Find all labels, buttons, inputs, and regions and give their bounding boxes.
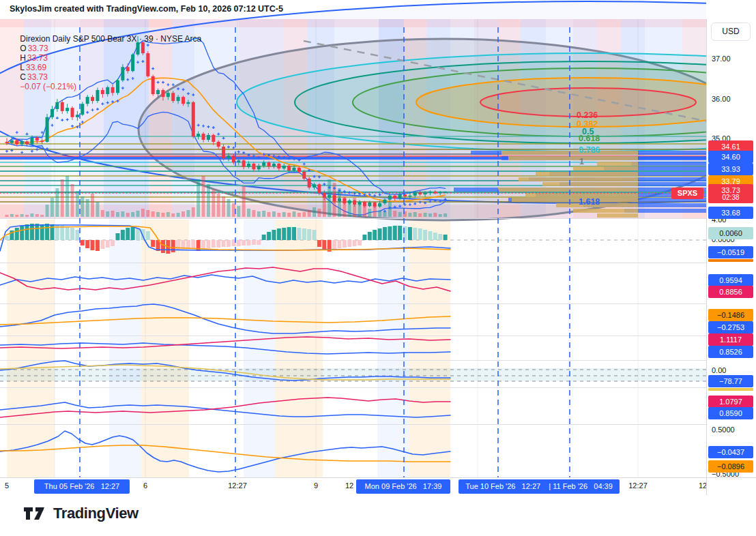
price-label: 1.0797 xyxy=(708,396,753,408)
price-tick: 36.00 xyxy=(712,95,731,103)
symbol-price-tag: SPXS xyxy=(671,188,703,199)
price-label: −78.77 xyxy=(708,375,753,387)
ohlc-high-value: 33.73 xyxy=(27,53,48,63)
ohlc-high-label: H xyxy=(20,53,26,63)
ohlc-open-value: 33.73 xyxy=(28,44,48,53)
tradingview-chart-window: SkylosJim created with TradingView.com, … xyxy=(0,0,756,536)
ohlc-close-label: C xyxy=(20,72,26,82)
time-tick: 9 xyxy=(314,481,318,490)
ohlc-low-value: 33.69 xyxy=(26,63,46,72)
ohlc-low-label: L xyxy=(20,63,25,72)
time-marker-label: Thu 05 Feb '26 12:27 xyxy=(34,479,130,494)
tradingview-logo-icon xyxy=(23,505,46,522)
currency-button[interactable]: USD xyxy=(711,23,751,41)
price-label: −0.0896 xyxy=(708,460,753,473)
price-label: 33.68 xyxy=(708,207,753,219)
price-label: 33.93 xyxy=(708,163,753,175)
svg-text:1: 1 xyxy=(579,157,584,166)
time-tick: 12:27 xyxy=(628,481,648,490)
price-label: 0.8590 xyxy=(708,407,753,419)
price-label: −0.1486 xyxy=(708,309,753,321)
ohlc-close-value: 33.73 xyxy=(27,72,48,82)
attribution-text: SkylosJim created with TradingView.com, … xyxy=(10,4,283,14)
time-tick: 12:27 xyxy=(228,481,247,490)
price-tick: 0.00 xyxy=(712,366,726,374)
price-label: 0.8856 xyxy=(708,286,753,298)
price-label: 34.60 xyxy=(708,151,753,163)
price-label: −0.0519 xyxy=(708,246,753,258)
axis-corner xyxy=(706,477,756,496)
ohlc-open-label: O xyxy=(20,44,26,53)
change-value: −0.07 (−0.21%) xyxy=(20,82,76,91)
price-label: −0.0437 xyxy=(708,446,753,458)
time-tick: 5 xyxy=(5,481,9,490)
time-tick: 12 xyxy=(345,481,353,490)
time-tick: 6 xyxy=(143,481,147,490)
price-label: 33.7302:38 xyxy=(708,184,753,203)
time-marker-label: Tue 10 Feb '26 12:27 | 11 Feb '26 04:39 xyxy=(459,479,620,494)
time-marker-label: Mon 09 Feb '26 17:39 xyxy=(356,479,450,494)
brand-text: TradingView xyxy=(53,505,139,522)
price-label: 0.0060 xyxy=(708,227,753,239)
price-label-edge xyxy=(708,259,753,262)
price-tick: 0.5000 xyxy=(712,426,735,434)
price-tick: 37.00 xyxy=(712,55,731,63)
svg-text:1.618: 1.618 xyxy=(579,197,600,207)
price-axis[interactable]: USD 37.0036.0035.004.000.00000.000.5000−… xyxy=(706,19,756,477)
price-label: 0.8526 xyxy=(708,346,753,358)
footer: TradingView xyxy=(0,495,756,536)
symbol-title[interactable]: Direxion Daily S&P 500 Bear 3X · 39 · NY… xyxy=(20,34,201,44)
svg-text:0.786: 0.786 xyxy=(579,145,600,155)
price-label-edge xyxy=(708,388,753,391)
symbol-bar[interactable]: Direxion Daily S&P 500 Bear 3X · 39 · NY… xyxy=(11,25,203,101)
price-label: 1.1117 xyxy=(708,333,753,346)
svg-text:0.618: 0.618 xyxy=(579,134,600,143)
svg-text:0.236: 0.236 xyxy=(577,110,598,120)
time-axis[interactable]: 5612:2791212:2712Thu 05 Feb '26 12:27Mon… xyxy=(0,477,706,496)
price-label: −0.2753 xyxy=(708,321,753,333)
price-label: 0.9594 xyxy=(708,274,753,286)
